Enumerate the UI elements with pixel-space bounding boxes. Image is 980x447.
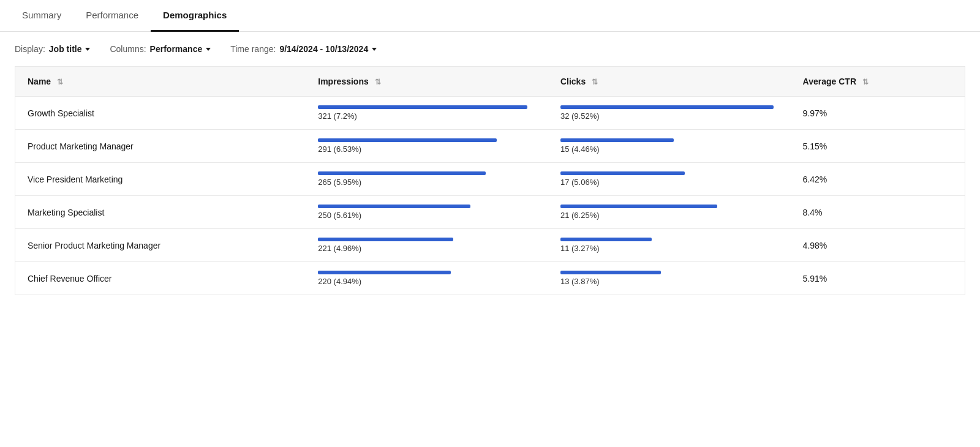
clicks-bar-wrapper-5: 13 (3.87%): [560, 271, 778, 286]
cell-impressions-0: 321 (7.2%): [306, 97, 548, 130]
clicks-bar-wrapper-4: 11 (3.27%): [560, 238, 778, 253]
cell-avg-ctr-4: 4.98%: [791, 229, 965, 262]
clicks-bar-fill-2: [560, 171, 685, 175]
impressions-label-2: 265 (5.95%): [318, 178, 536, 187]
display-filter: Display: Job title: [15, 44, 90, 54]
cell-impressions-2: 265 (5.95%): [306, 163, 548, 196]
clicks-bar-fill-0: [560, 105, 774, 109]
clicks-bar-wrapper-1: 15 (4.46%): [560, 138, 778, 154]
cell-clicks-5: 13 (3.87%): [548, 262, 791, 295]
impressions-bar-track-2: [318, 171, 536, 175]
data-table-container: Name ⇅ Impressions ⇅ Clicks ⇅ Average CT…: [0, 66, 980, 310]
cell-clicks-3: 21 (6.25%): [548, 196, 791, 229]
impressions-label-3: 250 (5.61%): [318, 211, 536, 220]
cell-impressions-3: 250 (5.61%): [306, 196, 548, 229]
cell-name-2: Vice President Marketing: [15, 163, 306, 196]
clicks-label-5: 13 (3.87%): [560, 277, 778, 286]
impressions-bar-track-4: [318, 238, 536, 241]
table-row: Product Marketing Manager 291 (6.53%) 15…: [15, 130, 965, 163]
table-row: Vice President Marketing 265 (5.95%) 17 …: [15, 163, 965, 196]
impressions-bar-track-3: [318, 205, 536, 208]
impressions-bar-fill-1: [318, 138, 497, 142]
display-chevron-icon: [85, 48, 90, 51]
table-body: Growth Specialist 321 (7.2%) 32 (9.52%): [15, 97, 965, 295]
impressions-bar-wrapper-5: 220 (4.94%): [318, 271, 536, 286]
column-header-name[interactable]: Name ⇅: [15, 67, 306, 97]
table-header-row: Name ⇅ Impressions ⇅ Clicks ⇅ Average CT…: [15, 67, 965, 97]
tabs-nav: Summary Performance Demographics: [0, 0, 980, 32]
column-header-avg-ctr[interactable]: Average CTR ⇅: [791, 67, 965, 97]
columns-label: Columns:: [110, 44, 146, 54]
timerange-chevron-icon: [372, 48, 377, 51]
impressions-bar-wrapper-3: 250 (5.61%): [318, 205, 536, 220]
sort-icon-impressions: ⇅: [375, 78, 381, 86]
cell-impressions-5: 220 (4.94%): [306, 262, 548, 295]
clicks-label-2: 17 (5.06%): [560, 178, 778, 187]
impressions-bar-fill-5: [318, 271, 451, 274]
cell-impressions-1: 291 (6.53%): [306, 130, 548, 163]
cell-avg-ctr-2: 6.42%: [791, 163, 965, 196]
impressions-bar-fill-4: [318, 238, 453, 241]
impressions-label-1: 291 (6.53%): [318, 145, 536, 154]
clicks-bar-track-1: [560, 138, 778, 142]
tab-summary[interactable]: Summary: [10, 0, 74, 32]
clicks-bar-wrapper-3: 21 (6.25%): [560, 205, 778, 220]
cell-clicks-4: 11 (3.27%): [548, 229, 791, 262]
cell-clicks-0: 32 (9.52%): [548, 97, 791, 130]
cell-name-5: Chief Revenue Officer: [15, 262, 306, 295]
clicks-bar-track-0: [560, 105, 778, 109]
clicks-label-4: 11 (3.27%): [560, 244, 778, 253]
filter-bar: Display: Job title Columns: Performance …: [0, 32, 980, 66]
table-row: Growth Specialist 321 (7.2%) 32 (9.52%): [15, 97, 965, 130]
tab-performance[interactable]: Performance: [74, 0, 151, 32]
clicks-label-3: 21 (6.25%): [560, 211, 778, 220]
column-header-clicks[interactable]: Clicks ⇅: [548, 67, 791, 97]
cell-name-0: Growth Specialist: [15, 97, 306, 130]
cell-impressions-4: 221 (4.96%): [306, 229, 548, 262]
display-label: Display:: [15, 44, 45, 54]
clicks-bar-track-2: [560, 171, 778, 175]
clicks-label-0: 32 (9.52%): [560, 111, 778, 121]
tab-demographics[interactable]: Demographics: [151, 0, 239, 32]
timerange-filter: Time range: 9/14/2024 - 10/13/2024: [230, 44, 377, 54]
cell-avg-ctr-0: 9.97%: [791, 97, 965, 130]
cell-clicks-2: 17 (5.06%): [548, 163, 791, 196]
clicks-bar-track-5: [560, 271, 778, 274]
impressions-bar-wrapper-2: 265 (5.95%): [318, 171, 536, 187]
cell-avg-ctr-3: 8.4%: [791, 196, 965, 229]
timerange-value-button[interactable]: 9/14/2024 - 10/13/2024: [279, 44, 377, 54]
table-row: Chief Revenue Officer 220 (4.94%) 13 (3.…: [15, 262, 965, 295]
columns-chevron-icon: [206, 48, 211, 51]
impressions-bar-wrapper-1: 291 (6.53%): [318, 138, 536, 154]
columns-value-button[interactable]: Performance: [150, 44, 211, 54]
impressions-label-5: 220 (4.94%): [318, 277, 536, 286]
clicks-bar-track-4: [560, 238, 778, 241]
impressions-label-4: 221 (4.96%): [318, 244, 536, 253]
cell-avg-ctr-5: 5.91%: [791, 262, 965, 295]
impressions-bar-fill-3: [318, 205, 470, 208]
impressions-bar-track-5: [318, 271, 536, 274]
clicks-bar-fill-1: [560, 138, 674, 142]
cell-avg-ctr-1: 5.15%: [791, 130, 965, 163]
cell-clicks-1: 15 (4.46%): [548, 130, 791, 163]
columns-filter: Columns: Performance: [110, 44, 211, 54]
timerange-label: Time range:: [230, 44, 276, 54]
cell-name-4: Senior Product Marketing Manager: [15, 229, 306, 262]
sort-icon-avg-ctr: ⇅: [862, 78, 869, 86]
sort-icon-clicks: ⇅: [592, 78, 598, 86]
column-header-impressions[interactable]: Impressions ⇅: [306, 67, 548, 97]
clicks-bar-fill-4: [560, 238, 652, 241]
sort-icon-name: ⇅: [57, 78, 63, 86]
impressions-bar-track-1: [318, 138, 536, 142]
impressions-bar-fill-2: [318, 171, 486, 175]
clicks-label-1: 15 (4.46%): [560, 145, 778, 154]
display-value-button[interactable]: Job title: [49, 44, 91, 54]
impressions-bar-wrapper-4: 221 (4.96%): [318, 238, 536, 253]
impressions-label-0: 321 (7.2%): [318, 111, 536, 121]
cell-name-3: Marketing Specialist: [15, 196, 306, 229]
impressions-bar-wrapper-0: 321 (7.2%): [318, 105, 536, 121]
impressions-bar-track-0: [318, 105, 536, 109]
demographics-table: Name ⇅ Impressions ⇅ Clicks ⇅ Average CT…: [15, 66, 965, 295]
table-row: Senior Product Marketing Manager 221 (4.…: [15, 229, 965, 262]
impressions-bar-fill-0: [318, 105, 527, 109]
